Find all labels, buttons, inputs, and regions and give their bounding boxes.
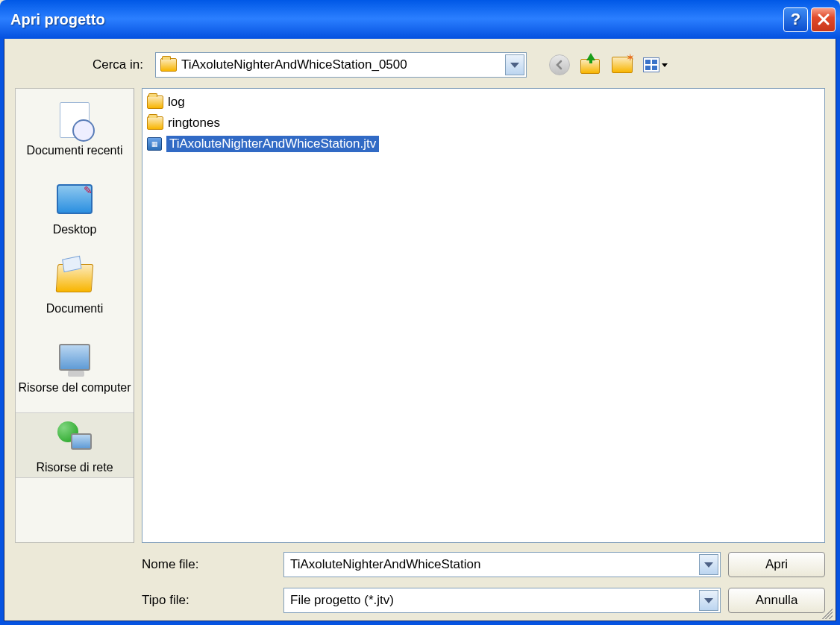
chevron-down-icon — [662, 63, 668, 67]
places-label: Risorse di rete — [36, 461, 113, 474]
open-button[interactable]: Apri — [728, 552, 825, 577]
folder-icon — [147, 116, 163, 130]
documents-icon — [56, 264, 94, 292]
up-one-level-button[interactable] — [580, 56, 601, 74]
filetype-combo[interactable]: File progetto (*.jtv) — [283, 588, 721, 613]
chevron-down-icon — [704, 598, 713, 603]
view-menu-button[interactable] — [643, 57, 668, 72]
help-button[interactable]: ? — [783, 7, 808, 32]
look-in-combo[interactable]: TiAxoluteNighterAndWhiceStation_0500 — [155, 52, 527, 78]
file-item[interactable]: ringtones — [145, 113, 821, 134]
folder-icon — [147, 95, 163, 109]
network-icon — [57, 421, 92, 453]
window-title: Apri progetto — [10, 11, 783, 28]
places-bar: Documenti recenti Desktop Documenti Riso… — [15, 88, 134, 543]
look-in-dropdown-button[interactable] — [505, 54, 524, 75]
resize-grip[interactable] — [819, 606, 833, 619]
file-name: log — [168, 95, 185, 110]
file-item[interactable]: TiAxoluteNighterAndWhiceStation.jtv — [145, 134, 821, 154]
chevron-down-icon — [704, 562, 713, 568]
look-in-value: TiAxoluteNighterAndWhiceStation_0500 — [181, 57, 501, 72]
file-list[interactable]: logringtonesTiAxoluteNighterAndWhiceStat… — [142, 88, 825, 543]
filename-value: TiAxoluteNighterAndWhiceStation — [290, 557, 699, 572]
file-item[interactable]: log — [145, 92, 821, 113]
file-name: ringtones — [168, 116, 220, 131]
up-arrow-icon — [586, 53, 595, 60]
filename-dropdown-button[interactable] — [699, 554, 718, 575]
places-label: Documenti — [46, 302, 103, 315]
computer-icon — [59, 344, 90, 371]
file-name: TiAxoluteNighterAndWhiceStation.jtv — [166, 136, 379, 152]
view-icon — [643, 57, 659, 72]
places-label: Risorse del computer — [18, 381, 131, 395]
places-documents[interactable]: Documenti — [16, 254, 134, 318]
back-arrow-icon — [554, 60, 565, 70]
folder-icon — [160, 58, 177, 72]
chevron-down-icon — [510, 63, 519, 68]
places-computer[interactable]: Risorse del computer — [16, 333, 134, 398]
desktop-icon — [57, 184, 93, 214]
places-desktop[interactable]: Desktop — [16, 175, 134, 239]
filetype-label: Tipo file: — [142, 593, 276, 608]
filename-label: Nome file: — [142, 557, 276, 572]
places-recent[interactable]: Documenti recenti — [16, 96, 134, 160]
new-folder-button[interactable] — [612, 57, 633, 73]
close-button[interactable] — [811, 7, 836, 32]
recent-documents-icon — [60, 102, 90, 138]
places-network[interactable]: Risorse di rete — [16, 412, 134, 478]
dialog-window: Apri progetto ? Cerca in: TiAxoluteNight… — [0, 0, 840, 625]
close-icon — [817, 13, 830, 26]
look-in-label: Cerca in: — [15, 57, 148, 72]
back-button[interactable] — [549, 54, 570, 75]
places-label: Desktop — [53, 223, 97, 236]
titlebar[interactable]: Apri progetto ? — [0, 0, 840, 39]
filename-input[interactable]: TiAxoluteNighterAndWhiceStation — [283, 552, 721, 577]
cancel-button[interactable]: Annulla — [728, 588, 825, 613]
filetype-value: File progetto (*.jtv) — [290, 593, 699, 608]
filetype-dropdown-button[interactable] — [699, 590, 718, 611]
file-icon — [147, 137, 162, 151]
places-label: Documenti recenti — [27, 144, 123, 157]
